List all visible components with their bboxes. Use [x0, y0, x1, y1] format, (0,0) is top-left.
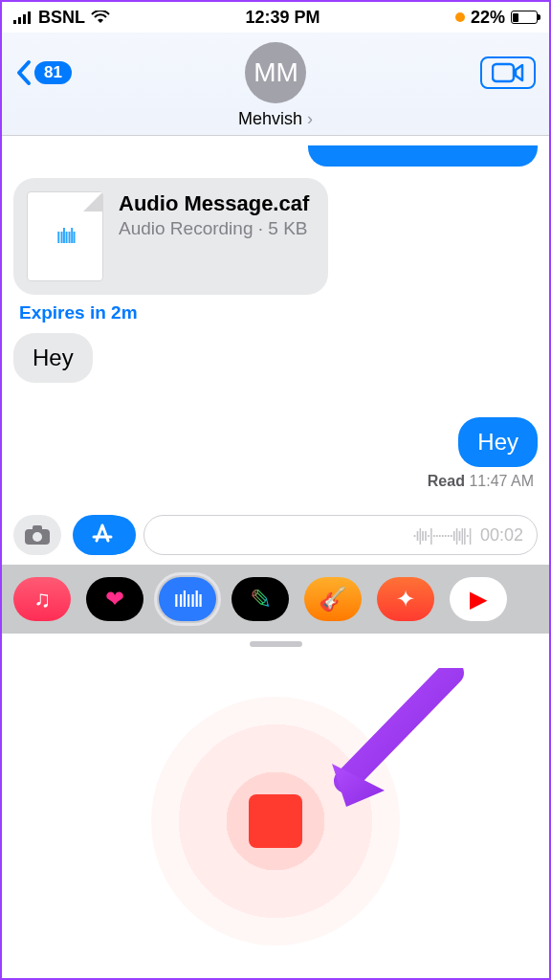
heart-icon: ❤ — [105, 586, 124, 612]
music-icon: ♫ — [33, 586, 51, 612]
svg-rect-6 — [33, 525, 42, 531]
signal-icon — [13, 11, 33, 24]
audio-attachment-bubble[interactable]: ıılıılı Audio Message.caf Audio Recordin… — [13, 178, 328, 295]
app-audio-message[interactable]: ıılıılı — [159, 577, 216, 621]
svg-rect-3 — [28, 11, 31, 24]
audio-recording-panel — [2, 634, 549, 978]
carrier-label: BSNL — [38, 8, 85, 28]
waveform-icon: ıılıılı — [55, 224, 74, 249]
recording-indicator-icon — [455, 12, 465, 22]
camera-icon — [24, 524, 51, 546]
wifi-icon — [91, 11, 110, 24]
status-bar: BSNL 12:39 PM 22% — [2, 2, 549, 33]
message-input-row: ·ı|ıı·|·······ı|ı||·| 00:02 — [2, 505, 549, 565]
app-garageband[interactable]: 🎸 — [304, 577, 362, 621]
svg-rect-2 — [23, 14, 26, 24]
message-bubble-incoming[interactable]: Hey — [13, 333, 93, 383]
attachment-filename: Audio Message.caf — [119, 191, 309, 216]
contact-name-button[interactable]: Mehvish › — [238, 109, 313, 129]
contact-avatar[interactable]: MM — [245, 42, 306, 103]
battery-pct: 22% — [471, 8, 505, 28]
attachment-subtitle: Audio Recording · 5 KB — [119, 218, 309, 239]
svg-rect-4 — [493, 64, 514, 81]
svg-rect-1 — [18, 17, 21, 24]
app-digital-touch[interactable]: ❤ — [86, 577, 143, 621]
app-store-button[interactable] — [73, 515, 132, 555]
conversation-header: 81 MM Mehvish › — [2, 33, 549, 136]
message-bubble-outgoing[interactable] — [308, 145, 538, 167]
battery-icon — [511, 11, 538, 24]
stop-recording-button[interactable] — [249, 794, 302, 848]
back-button[interactable]: 81 — [15, 58, 72, 87]
camera-button[interactable] — [13, 515, 61, 555]
message-text-field[interactable]: ·ı|ıı·|·······ı|ı||·| 00:02 — [143, 515, 538, 555]
app-clips[interactable]: ✦ — [377, 577, 434, 621]
app-store-icon — [90, 523, 115, 547]
wand-icon: ✦ — [396, 586, 415, 612]
message-list[interactable]: ıılıılı Audio Message.caf Audio Recordin… — [2, 136, 549, 505]
read-receipt: Read 11:47 AM — [428, 473, 534, 490]
audio-file-icon: ıılıılı — [27, 191, 103, 281]
waveform-icon: ıılıılı — [173, 586, 202, 612]
app-images[interactable]: ✎ — [231, 577, 289, 621]
guitar-icon: 🎸 — [319, 586, 347, 612]
chevron-left-icon — [15, 58, 34, 87]
svg-point-7 — [33, 532, 42, 542]
drag-handle[interactable] — [250, 641, 302, 647]
chevron-right-icon: › — [307, 109, 313, 129]
annotation-arrow-icon — [327, 668, 471, 812]
expiry-label: Expires in 2m — [19, 302, 138, 323]
message-bubble-outgoing[interactable]: Hey — [458, 417, 538, 467]
play-icon: ▶ — [470, 586, 487, 612]
app-youtube[interactable]: ▶ — [450, 577, 507, 621]
imessage-app-strip[interactable]: ♫ ❤ ıılıılı ✎ 🎸 ✦ ▶ — [2, 565, 549, 634]
recording-timer: 00:02 — [480, 525, 523, 546]
facetime-button[interactable] — [480, 56, 536, 89]
app-music[interactable]: ♫ — [13, 577, 71, 621]
svg-rect-0 — [13, 20, 16, 24]
video-icon — [492, 62, 524, 83]
brush-icon: ✎ — [250, 584, 272, 615]
waveform-preview-icon: ·ı|ıı·|·······ı|ı||·| — [412, 525, 471, 546]
clock: 12:39 PM — [245, 8, 320, 28]
unread-count-badge: 81 — [34, 61, 72, 84]
